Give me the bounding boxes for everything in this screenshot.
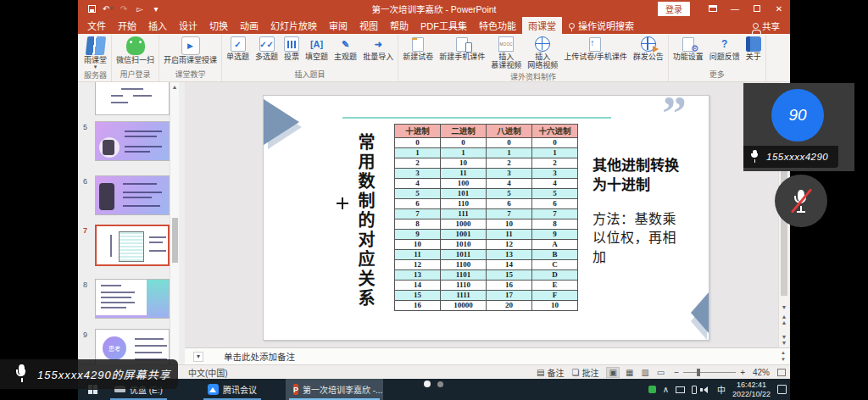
slide-thumbnail-4[interactable] bbox=[95, 82, 170, 115]
restore-button[interactable] bbox=[746, 0, 768, 17]
table-cell: 4 bbox=[395, 178, 441, 188]
tab-特色功能[interactable]: 特色功能 bbox=[473, 17, 522, 34]
tab-插入[interactable]: 插入 bbox=[142, 17, 173, 34]
tab-雨课堂[interactable]: 雨课堂 bbox=[522, 17, 562, 34]
scroll-up-icon[interactable]: ▲ bbox=[170, 84, 179, 90]
batch-import-button[interactable]: ➜ 批量导入 bbox=[363, 36, 393, 61]
table-cell: 10 bbox=[532, 300, 578, 310]
display-icon[interactable] bbox=[676, 386, 685, 393]
taskbar-item-meeting[interactable]: 腾讯会议 bbox=[200, 379, 264, 400]
ime-indicator[interactable]: 中 bbox=[717, 383, 726, 396]
scrollbar-thumb[interactable] bbox=[172, 218, 178, 263]
ribbon: 雨课堂 ▾ 服务器 微信扫一扫 用户登录 ▶ bbox=[78, 34, 790, 82]
notes-scroll-icons[interactable]: ▲▼ bbox=[778, 349, 788, 363]
notes-placeholder[interactable]: 单击此处添加备注 bbox=[224, 350, 295, 363]
tab-审阅[interactable]: 审阅 bbox=[323, 17, 353, 34]
upload-paper-button[interactable]: 上传试卷/手机课件 bbox=[564, 36, 627, 61]
start-class-button[interactable]: ▶ 开启雨课堂授课 bbox=[164, 36, 217, 64]
slide-vertical-title[interactable]: 常用数制的对应关系 bbox=[353, 133, 378, 311]
multi-choice-icon: ✓✓ bbox=[259, 36, 275, 52]
phone-icon[interactable] bbox=[692, 386, 697, 394]
table-cell: 4 bbox=[532, 178, 578, 188]
previous-slide-icon[interactable]: ▲▲ bbox=[779, 314, 789, 325]
table-row: 10101012A bbox=[395, 239, 578, 249]
insert-mooc-video-button[interactable]: MOOC 插入 慕课视频 bbox=[491, 36, 521, 70]
tab-开始[interactable]: 开始 bbox=[112, 17, 142, 34]
tab-切换[interactable]: 切换 bbox=[203, 17, 234, 34]
tray-app-icon[interactable] bbox=[648, 386, 656, 393]
zoom-level[interactable]: 42% bbox=[753, 368, 770, 377]
conversion-table[interactable]: 十进制二进制八进制十六进制000011112102231133410044510… bbox=[394, 124, 578, 311]
tab-幻灯片放映[interactable]: 幻灯片放映 bbox=[264, 17, 323, 34]
new-mobile-courseware-button[interactable]: 新建手机课件 bbox=[439, 36, 485, 61]
ribbon-group-user-login: 微信扫一扫 用户登录 bbox=[112, 35, 159, 81]
tab-视图[interactable]: 视图 bbox=[353, 17, 384, 34]
tab-设计[interactable]: 设计 bbox=[173, 17, 203, 34]
ribbon-group-teaching: ▶ 开启雨课堂授课 课堂教学 bbox=[159, 35, 222, 81]
normal-view-icon[interactable]: ▣ bbox=[606, 367, 619, 378]
clock[interactable]: 16:42:41 2022/10/22 bbox=[732, 381, 771, 399]
qat-customize-icon[interactable]: ▾ bbox=[151, 3, 161, 14]
login-button[interactable]: 登录 bbox=[658, 2, 690, 16]
comments-toggle[interactable]: ❏批注 bbox=[572, 366, 599, 379]
hidden-icons-chevron[interactable]: ∧ bbox=[663, 385, 669, 394]
next-slide-icon[interactable]: ▼▼ bbox=[779, 334, 789, 346]
zoom-out-icon[interactable]: − bbox=[674, 368, 679, 377]
multi-choice-button[interactable]: ✓✓ 多选题 bbox=[255, 36, 278, 61]
tab-帮助[interactable]: 帮助 bbox=[384, 17, 415, 34]
tell-me-search[interactable]: 操作说明搜索 bbox=[562, 17, 641, 34]
slide-method-text: 方法：基数乘 以位权，再相 加 bbox=[593, 210, 706, 267]
slide-thumbnail-7[interactable] bbox=[95, 225, 170, 266]
undo-icon[interactable]: ↶▾ bbox=[103, 3, 113, 14]
feedback-button[interactable]: ? 问题反馈 bbox=[709, 36, 740, 61]
slide-thumbnail-5[interactable] bbox=[95, 121, 170, 161]
action-center-icon[interactable] bbox=[777, 385, 787, 394]
save-icon[interactable] bbox=[86, 3, 97, 14]
wechat-scan-button[interactable]: 微信扫一扫 bbox=[116, 36, 154, 64]
about-button[interactable]: 关于 bbox=[746, 36, 761, 61]
slide[interactable]: ” 常用数制的对应关系 十进制二进制八进制十六进制000011112102231… bbox=[263, 95, 709, 341]
notes-toggle[interactable]: ▤备注 bbox=[537, 366, 564, 379]
scroll-down-icon[interactable]: ▼ bbox=[779, 304, 789, 310]
start-slideshow-icon[interactable]: ▻ bbox=[135, 3, 145, 14]
zoom-in-icon[interactable]: + bbox=[740, 368, 745, 377]
speaker-icon[interactable] bbox=[704, 386, 708, 393]
vote-button[interactable]: 投票 bbox=[284, 36, 299, 61]
slideshow-view-icon[interactable]: ▭ bbox=[655, 368, 666, 377]
mooc-video-icon: MOOC bbox=[498, 36, 514, 52]
rain-classroom-button[interactable]: 雨课堂 ▾ bbox=[84, 36, 107, 69]
taskbar-item-powerpoint[interactable]: P 第一次培训李嘉欣 -... bbox=[286, 379, 383, 400]
slide-right-text[interactable]: 其他进制转换 为十进制 方法：基数乘 以位权，再相 加 bbox=[593, 157, 706, 267]
share-button[interactable]: 共享 bbox=[753, 17, 790, 34]
table-cell: 2 bbox=[487, 158, 532, 168]
close-button[interactable]: ✕ bbox=[768, 0, 790, 17]
fill-blank-button[interactable]: [A] 填空题 bbox=[305, 36, 328, 61]
notes-pane[interactable]: ▾ 单击此处添加备注 ▲▼ bbox=[185, 347, 790, 364]
subjective-button[interactable]: ✎ 主观题 bbox=[334, 36, 357, 61]
zoom-slider-handle[interactable] bbox=[697, 369, 700, 376]
thumbnail-number: 9 bbox=[83, 331, 87, 339]
settings-button[interactable]: 功能设置 bbox=[673, 36, 704, 61]
tab-PDF工具集[interactable]: PDF工具集 bbox=[415, 17, 473, 34]
slide-sorter-view-icon[interactable]: ▦ bbox=[624, 368, 635, 377]
table-header: 十进制 bbox=[395, 125, 441, 138]
slide-thumbnail-6[interactable] bbox=[95, 175, 170, 215]
reading-view-icon[interactable]: ▥ bbox=[639, 368, 650, 377]
single-choice-button[interactable]: ✓ 单选题 bbox=[226, 36, 249, 61]
ribbon-display-options-icon[interactable] bbox=[702, 0, 724, 17]
insert-web-video-button[interactable]: 插入 网络视频 bbox=[527, 36, 558, 70]
zoom-slider[interactable] bbox=[683, 372, 736, 373]
minimize-button[interactable]: — bbox=[724, 0, 746, 17]
notes-collapse-icon[interactable]: ▾ bbox=[193, 352, 203, 362]
tab-动画[interactable]: 动画 bbox=[234, 17, 264, 34]
mute-toggle-button[interactable] bbox=[775, 175, 827, 227]
slide-canvas[interactable]: ” 常用数制的对应关系 十进制二进制八进制十六进制000011112102231… bbox=[185, 82, 790, 347]
new-paper-button[interactable]: 新建试卷 bbox=[403, 36, 433, 61]
slide-thumbnail-8[interactable] bbox=[95, 279, 170, 319]
fit-slide-icon[interactable] bbox=[777, 369, 786, 376]
thumbnail-scrollbar[interactable]: ▲ bbox=[170, 82, 179, 364]
language-indicator[interactable]: 中文(中国) bbox=[188, 366, 228, 379]
tab-文件[interactable]: 文件 bbox=[81, 17, 112, 34]
table-cell: 110 bbox=[441, 198, 487, 208]
announcement-button[interactable]: 群发公告 bbox=[633, 36, 664, 61]
